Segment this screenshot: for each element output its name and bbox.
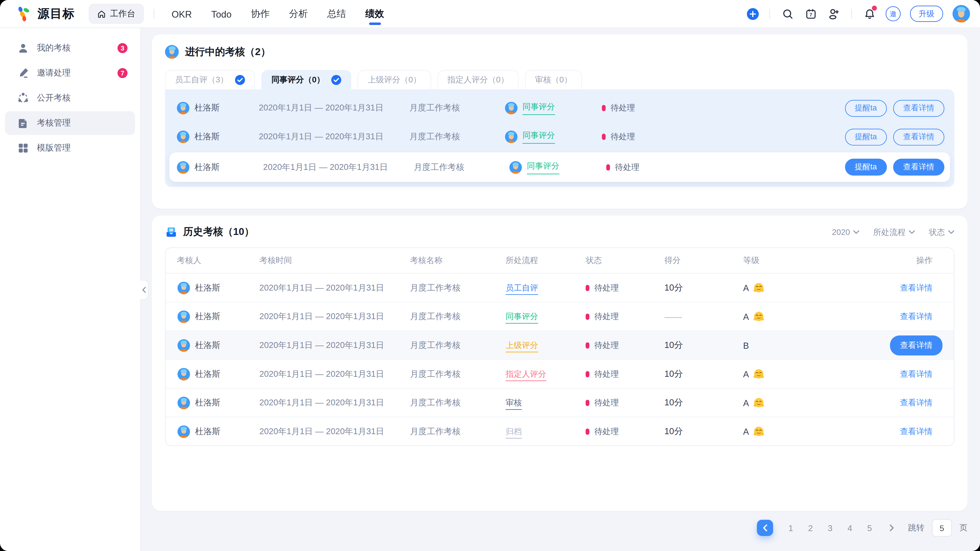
grade-cell: A [743, 282, 900, 293]
topbar-divider [770, 9, 770, 19]
nav-todo[interactable]: Todo [211, 2, 232, 25]
sidebar-item-public-reviews[interactable]: 公开考核 [5, 86, 135, 110]
score-cell: —— [664, 311, 743, 321]
filter-dropdown[interactable]: 状态 [929, 227, 954, 238]
calendar-icon[interactable]: 7 [803, 7, 818, 21]
review-type-cell: 月度工作考核 [410, 282, 506, 293]
view-detail-button[interactable]: 查看详情 [893, 159, 945, 176]
flow-link[interactable]: 同事评分 [522, 130, 555, 144]
workbench-button[interactable]: 工作台 [89, 4, 143, 24]
user-avatar[interactable] [953, 5, 970, 23]
view-detail-link[interactable]: 查看详情 [900, 282, 932, 293]
status-dot [602, 134, 606, 140]
period-cell: 2020年1月1日 — 2020年1月31日 [259, 131, 409, 142]
ongoing-row: 杜洛斯 2020年1月1日 — 2020年1月31日 月度工作考核 同事评分 待… [165, 122, 955, 151]
page-number[interactable]: 2 [800, 523, 820, 533]
sidebar-collapse-handle[interactable] [140, 280, 149, 300]
page-number[interactable]: 4 [840, 523, 859, 533]
page-number[interactable]: 3 [820, 523, 840, 533]
evaluator-avatar [505, 130, 517, 143]
upgrade-button[interactable]: 升级 [910, 6, 943, 22]
status-dot [586, 285, 590, 291]
next-page-button[interactable] [887, 524, 897, 532]
tab-supervisor-review[interactable]: 上级评分（0） [358, 70, 431, 89]
flow-link[interactable]: 审核 [506, 398, 522, 410]
col-header: 考核名称 [410, 255, 506, 266]
flow-link[interactable]: 同事评分 [506, 311, 538, 324]
view-detail-link[interactable]: 查看详情 [900, 426, 932, 437]
remind-button[interactable]: 提醒ta [845, 100, 887, 117]
page-numbers: 12345 [781, 523, 880, 533]
nav-analysis[interactable]: 分析 [289, 2, 308, 26]
hugging-face-emoji-icon [753, 397, 765, 408]
sidebar-item-invitations[interactable]: 邀请处理 7 [5, 61, 135, 85]
brand-name: 源目标 [38, 6, 75, 22]
flow-link[interactable]: 员工自评 [506, 283, 538, 295]
review-type-cell: 月度工作考核 [410, 340, 506, 351]
nav-collab[interactable]: 协作 [251, 2, 269, 26]
home-icon [97, 9, 107, 19]
chevron-down-icon [909, 230, 915, 234]
filter-label: 2020 [832, 227, 850, 237]
history-rows: 杜洛斯 2020年1月1日 — 2020年1月31日 月度工作考核 员工自评 待… [165, 274, 954, 445]
tab-self-review[interactable]: 员工自评（3） [165, 70, 255, 89]
tab-designated-review[interactable]: 指定人评分（0） [438, 70, 519, 89]
view-detail-link[interactable]: 查看详情 [900, 311, 932, 322]
row-actions: 提醒ta 查看详情 [845, 159, 950, 176]
row-actions: 提醒ta 查看详情 [845, 128, 955, 145]
status-cell: 待处理 [606, 162, 845, 173]
nav-performance[interactable]: 绩效 [366, 2, 384, 26]
page-jump-input[interactable]: 5 [932, 519, 952, 537]
page-number[interactable]: 5 [860, 523, 880, 533]
flow-link[interactable]: 同事评分 [527, 160, 559, 174]
flow-link[interactable]: 归档 [506, 426, 522, 438]
grade-letter: A [743, 311, 749, 321]
nav-summary[interactable]: 总结 [327, 2, 346, 26]
col-header: 等级 [743, 255, 916, 266]
tab-peer-review[interactable]: 同事评分（0） [261, 70, 352, 89]
status-dot [586, 342, 590, 348]
reviewee-name: 杜洛斯 [195, 311, 220, 322]
prev-page-button[interactable] [757, 520, 773, 536]
view-detail-button[interactable]: 查看详情 [893, 100, 945, 117]
tab-audit[interactable]: 审核（0） [525, 70, 582, 89]
period-cell: 2020年1月1日 — 2020年1月31日 [259, 426, 410, 437]
flow-cell: 指定人评分 [506, 368, 585, 380]
view-detail-button[interactable]: 查看详情 [893, 128, 945, 145]
remind-button[interactable]: 提醒ta [845, 159, 887, 176]
view-detail-link[interactable]: 查看详情 [900, 397, 932, 408]
score-cell: 10分 [664, 282, 743, 293]
remind-button[interactable]: 提醒ta [845, 128, 887, 145]
search-icon[interactable] [781, 7, 794, 21]
filter-dropdown[interactable]: 所处流程 [873, 227, 915, 238]
invite-badge[interactable]: 邀 [886, 6, 900, 21]
create-button[interactable] [747, 8, 759, 20]
view-detail-link[interactable]: 查看详情 [900, 368, 932, 380]
col-header: 得分 [664, 255, 743, 266]
status-label: 待处理 [594, 311, 619, 322]
sidebar-item-review-management[interactable]: 考核管理 [5, 111, 135, 135]
view-detail-link[interactable]: 查看详情 [890, 335, 942, 355]
action-cell: 查看详情 [900, 397, 954, 408]
flow-link[interactable]: 同事评分 [522, 101, 555, 115]
add-user-icon[interactable] [827, 7, 841, 21]
flow-link[interactable]: 指定人评分 [506, 369, 546, 381]
flow-cell: 上级评分 [506, 340, 585, 351]
status-cell: 待处理 [586, 282, 665, 293]
nav-okr[interactable]: OKR [172, 2, 192, 25]
reviewee-cell: 杜洛斯 [165, 130, 259, 143]
sidebar-item-my-reviews[interactable]: 我的考核 3 [5, 36, 135, 60]
flow-link[interactable]: 上级评分 [506, 340, 538, 352]
score-cell: 10分 [664, 368, 743, 380]
main-nav: OKR Todo 协作 分析 总结 绩效 [172, 2, 384, 26]
hugging-face-emoji-icon [753, 282, 765, 293]
page-number[interactable]: 1 [781, 523, 800, 533]
sidebar-item-template-management[interactable]: 模版管理 [5, 136, 135, 160]
pencil-icon [18, 67, 29, 79]
status-cell: 待处理 [586, 368, 665, 380]
main-content: 进行中的考核（2） 员工自评（3） 同事评分（0） 上级评分（0） [141, 27, 980, 551]
reviewee-name: 杜洛斯 [195, 426, 220, 437]
hugging-face-emoji-icon [753, 368, 765, 380]
filter-dropdown[interactable]: 2020 [832, 227, 859, 237]
notifications-bell-icon[interactable] [862, 7, 877, 21]
